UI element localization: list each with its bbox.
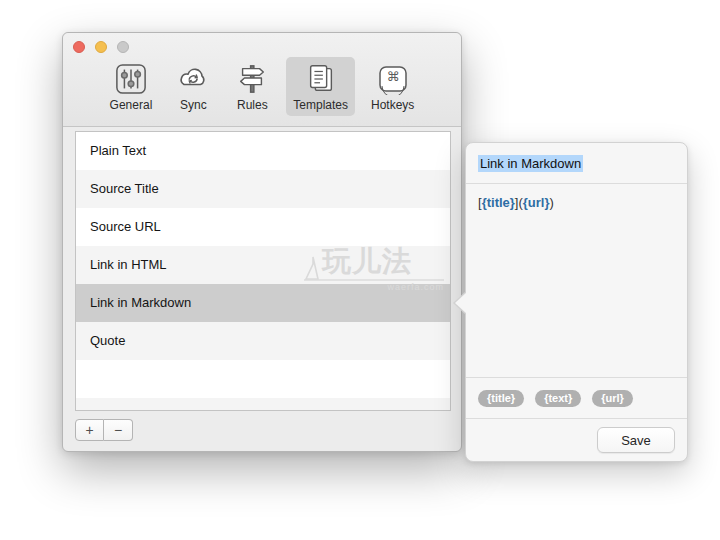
zoom-button <box>117 41 129 53</box>
template-segment: ) <box>550 195 554 210</box>
tab-general-label: General <box>110 98 153 112</box>
tab-general[interactable]: General <box>103 57 160 116</box>
list-empty-row <box>76 360 450 398</box>
tab-templates-label: Templates <box>293 98 348 112</box>
tab-hotkeys[interactable]: ⌘ Hotkeys <box>364 57 421 116</box>
list-item-plain-text[interactable]: Plain Text <box>76 132 450 170</box>
preferences-window: General Sync <box>62 32 462 452</box>
template-name-selected-text: Link in Markdown <box>478 155 583 172</box>
url-token: {url} <box>523 195 550 210</box>
template-segment: ]( <box>515 195 523 210</box>
list-controls: + − <box>75 419 133 441</box>
popover-arrow <box>455 292 467 314</box>
token-buttons-row: {title} {text} {url} <box>466 378 687 419</box>
toolbar-tabs: General Sync <box>63 57 461 116</box>
close-button[interactable] <box>73 41 85 53</box>
tab-templates[interactable]: Templates <box>286 57 355 116</box>
template-editor-popover: Link in Markdown [{title}]({url}) {title… <box>465 142 688 462</box>
desktop: General Sync <box>0 0 720 540</box>
tab-rules-label: Rules <box>237 98 268 112</box>
list-item-quote[interactable]: Quote <box>76 322 450 360</box>
add-template-button[interactable]: + <box>75 419 104 441</box>
minimize-button[interactable] <box>95 41 107 53</box>
text-token-button[interactable]: {text} <box>535 390 581 407</box>
list-item-link-in-markdown[interactable]: Link in Markdown <box>76 284 450 322</box>
sliders-icon <box>113 62 149 96</box>
signpost-icon <box>234 62 270 96</box>
list-item-link-in-html[interactable]: Link in HTML <box>76 246 450 284</box>
list-item-source-url[interactable]: Source URL <box>76 208 450 246</box>
save-button[interactable]: Save <box>597 427 675 453</box>
list-empty-row <box>76 398 450 411</box>
tab-sync-label: Sync <box>180 98 207 112</box>
tab-sync[interactable]: Sync <box>168 57 218 116</box>
save-row: Save <box>466 419 687 461</box>
command-key-icon: ⌘ <box>375 62 411 96</box>
template-list: Plain Text Source Title Source URL Link … <box>75 131 451 411</box>
documents-icon <box>303 62 339 96</box>
url-token-button[interactable]: {url} <box>592 390 633 407</box>
svg-text:⌘: ⌘ <box>386 69 399 84</box>
sync-cloud-icon <box>175 62 211 96</box>
tab-hotkeys-label: Hotkeys <box>371 98 414 112</box>
title-token: {title} <box>482 195 515 210</box>
remove-template-button[interactable]: − <box>104 419 133 441</box>
tab-rules[interactable]: Rules <box>227 57 277 116</box>
titlebar-toolbar: General Sync <box>63 33 461 127</box>
template-name-field[interactable]: Link in Markdown <box>466 143 687 184</box>
template-content-editor[interactable]: [{title}]({url}) <box>466 184 687 378</box>
list-item-source-title[interactable]: Source Title <box>76 170 450 208</box>
title-token-button[interactable]: {title} <box>478 390 524 407</box>
